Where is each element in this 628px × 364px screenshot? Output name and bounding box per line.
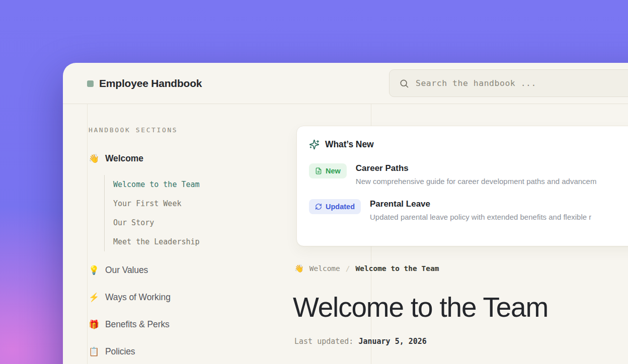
sidebar-item-ways-of-working[interactable]: ⚡ Ways of Working [89,291,298,304]
breadcrumb-section[interactable]: Welcome [309,264,340,272]
last-updated: Last updated: January 5, 2026 [294,337,427,346]
whats-new-item-title: Career Paths [356,163,597,173]
page-title: Welcome to the Team [293,291,548,323]
whats-new-item-title: Parental Leave [370,199,591,209]
breadcrumb: 👋 Welcome / Welcome to the Team [294,264,439,273]
search-input[interactable] [416,78,628,88]
handbook-window: Employee Handbook HANDBOOK SECTIONS 👋 We… [63,63,628,364]
whats-new-item-career-paths[interactable]: New Career Paths New comprehensive guide… [309,163,628,186]
breadcrumb-separator: / [346,264,350,272]
badge-label: New [326,167,341,175]
whats-new-item-description: New comprehensive guide for career devel… [356,177,597,186]
whats-new-item-text: Career Paths New comprehensive guide for… [356,163,597,186]
whats-new-card: What’s New New Career Paths [296,126,628,246]
wave-icon: 👋 [294,264,304,273]
sparkles-icon [309,139,320,150]
wave-icon: 👋 [89,154,99,163]
badge-label: Updated [326,203,355,211]
sidebar: HANDBOOK SECTIONS 👋 Welcome Welcome to t… [87,104,298,364]
sidebar-item-policies[interactable]: 📋 Policies [89,345,298,358]
app-title: Employee Handbook [99,77,202,89]
app-brand: Employee Handbook [87,63,202,104]
gift-icon: 🎁 [89,320,99,329]
last-updated-label: Last updated: [294,337,353,346]
sidebar-item-label: Ways of Working [105,292,171,303]
app-header: Employee Handbook [63,63,628,104]
whats-new-item-description: Updated parental leave policy with exten… [370,213,591,221]
search-icon [399,78,409,88]
lightning-icon: ⚡ [89,293,99,302]
whats-new-title: What’s New [325,139,374,150]
main-content: What’s New New Career Paths [294,104,628,364]
file-text-icon [315,167,322,174]
sidebar-sublist-welcome: Welcome to the Team Your First Week Our … [104,175,298,251]
desktop-background: Employee Handbook HANDBOOK SECTIONS 👋 We… [0,0,628,364]
sidebar-subitem-meet-the-leadership[interactable]: Meet the Leadership [113,232,298,251]
sidebar-item-label: Policies [105,346,135,357]
sidebar-item-label: Our Values [105,265,148,276]
logo-square-icon [87,80,94,87]
refresh-icon [315,203,322,210]
breadcrumb-current-page: Welcome to the Team [356,264,439,272]
sidebar-section-label: HANDBOOK SECTIONS [89,126,298,134]
sidebar-item-label: Welcome [105,153,143,164]
sidebar-subitem-welcome-to-the-team[interactable]: Welcome to the Team [113,175,298,194]
sidebar-item-label: Benefits & Perks [105,319,170,330]
clipboard-icon: 📋 [89,347,99,356]
sidebar-item-benefits-perks[interactable]: 🎁 Benefits & Perks [89,318,298,331]
sidebar-subitem-your-first-week[interactable]: Your First Week [113,194,298,213]
sidebar-item-our-values[interactable]: 💡 Our Values [89,263,298,277]
last-updated-value: January 5, 2026 [358,337,426,346]
whats-new-item-text: Parental Leave Updated parental leave po… [370,199,591,221]
search-box[interactable] [389,69,628,97]
whats-new-item-parental-leave[interactable]: Updated Parental Leave Updated parental … [309,199,628,221]
new-badge: New [309,163,347,178]
sidebar-subitem-our-story[interactable]: Our Story [113,213,298,232]
whats-new-header: What’s New [309,139,628,150]
lightbulb-icon: 💡 [89,266,99,275]
updated-badge: Updated [309,199,361,214]
sidebar-item-welcome[interactable]: 👋 Welcome [89,152,298,165]
